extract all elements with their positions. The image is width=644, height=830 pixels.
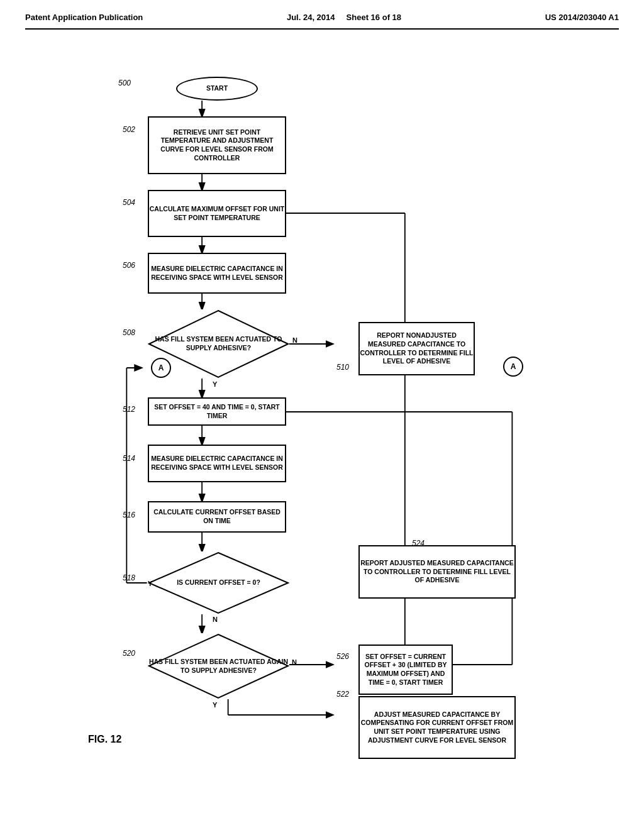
node-524: REPORT ADJUSTED MEASURED CAPACITANCE TO … [358, 545, 516, 599]
node-518: IS CURRENT OFFSET = 0? [148, 551, 289, 614]
node-512: SET OFFSET = 40 AND TIME = 0, START TIME… [148, 397, 286, 426]
connectors-svg [25, 42, 619, 772]
n518-n-label: N [213, 616, 218, 623]
node-522: ADJUST MEASURED CAPACITANCE BY COMPENSAT… [358, 696, 516, 759]
node-526: SET OFFSET = CURRENT OFFSET + 30 (LIMITE… [358, 645, 453, 695]
n508-y-label: Y [213, 380, 217, 388]
figure-label: FIG. 12 [88, 734, 121, 745]
label-506: 506 [123, 261, 135, 270]
page-header: Patent Application Publication Jul. 24, … [25, 13, 619, 30]
header-left: Patent Application Publication [25, 13, 143, 22]
node-504: CALCULATE MAXIMUM OFFSET FOR UNIT SET PO… [148, 190, 286, 237]
label-520: 520 [123, 649, 135, 658]
n520-n-label: N [292, 658, 297, 666]
node-520: HAS FILL SYSTEM BEEN ACTUATED AGAIN TO S… [148, 633, 289, 699]
label-502: 502 [123, 125, 135, 134]
label-522: 522 [336, 690, 349, 699]
header-right: US 2014/203040 A1 [545, 13, 619, 22]
node-516: CALCULATE CURRENT OFFSET BASED ON TIME [148, 501, 286, 533]
label-508: 508 [123, 328, 135, 337]
start-label: START [206, 84, 228, 93]
label-504: 504 [123, 198, 135, 207]
header-center: Jul. 24, 2014 Sheet 16 of 18 [287, 13, 401, 22]
node-506: MEASURE DIELECTRIC CAPACITANCE IN RECEIV… [148, 253, 286, 294]
circle-a-right: A [503, 357, 523, 377]
label-526: 526 [336, 652, 349, 661]
header-date: Jul. 24, 2014 [287, 13, 335, 22]
flowchart: 500 START 502 RETRIEVE UNIT SET POINT TE… [25, 42, 619, 772]
label-510: 510 [336, 363, 349, 372]
header-sheet: Sheet 16 of 18 [347, 13, 401, 22]
label-518: 518 [123, 573, 135, 582]
n518-y-label: Y [148, 580, 152, 587]
page: Patent Application Publication Jul. 24, … [0, 0, 644, 830]
label-516: 516 [123, 511, 135, 519]
label-512: 512 [123, 405, 135, 414]
label-500: 500 [118, 79, 131, 87]
node-514: MEASURE DIELECTRIC CAPACITANCE IN RECEIV… [148, 445, 286, 482]
node-502: RETRIEVE UNIT SET POINT TEMPERATURE AND … [148, 116, 286, 174]
start-node: START [176, 77, 258, 101]
circle-a-left: A [151, 358, 171, 378]
label-514: 514 [123, 454, 135, 463]
n520-y-label: Y [213, 701, 217, 709]
n508-n-label: N [292, 336, 297, 344]
node-510-report: REPORT NONADJUSTED MEASURED CAPACITANCE … [358, 322, 475, 375]
